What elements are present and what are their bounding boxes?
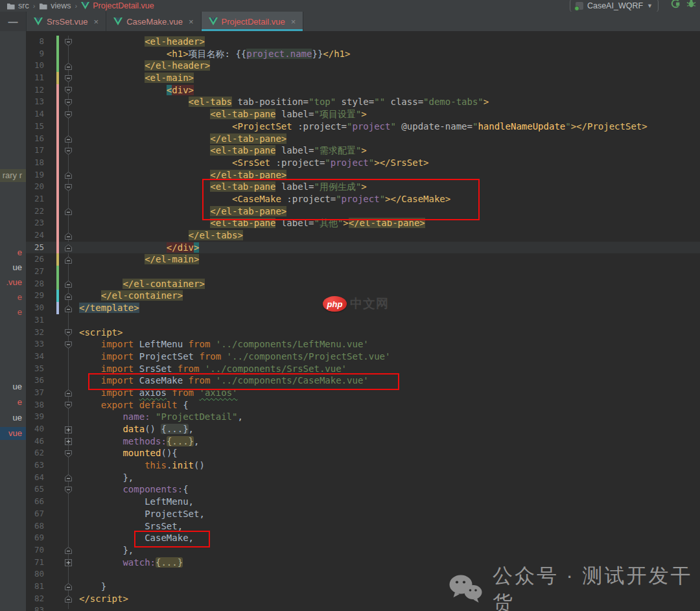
code-line-70[interactable]: 70 }, [26, 544, 700, 557]
close-icon[interactable]: × [189, 17, 194, 27]
fold-icon[interactable] [64, 255, 73, 264]
fold-icon[interactable] [64, 449, 73, 457]
code-line-62[interactable]: 62 mounted(){ [26, 447, 700, 459]
code-line-40[interactable]: 40 data() {...}, [26, 423, 700, 435]
code-line-67[interactable]: 67 ProjectSet, [26, 508, 700, 520]
fold-icon[interactable] [64, 292, 73, 300]
fold-icon[interactable] [64, 437, 73, 445]
close-icon[interactable]: × [94, 17, 99, 27]
code-line-68[interactable]: 68 SrsSet, [26, 520, 700, 533]
project-tree-item[interactable]: ue [0, 411, 22, 424]
fold-icon[interactable] [64, 546, 73, 554]
code-line-16[interactable]: 16 </el-tab-pane> [26, 133, 700, 145]
code-line-18[interactable]: 18 <SrsSet :project="project"></SrsSet> [26, 157, 700, 169]
fold-icon[interactable] [64, 62, 73, 70]
code-line-21[interactable]: 21 <CaseMake :project="project"></CaseMa… [26, 193, 700, 205]
code-line-14[interactable]: 14 <el-tab-pane label="项目设置"> [26, 108, 700, 121]
code-line-69[interactable]: 69 CaseMake, [26, 532, 700, 544]
fold-icon[interactable] [64, 207, 73, 215]
breadcrumb-item[interactable]: views [39, 1, 71, 10]
code-line-25[interactable]: 25 </div> [26, 242, 700, 254]
code-text: </el-tab-pane> [79, 206, 286, 216]
close-icon[interactable]: × [291, 17, 296, 27]
fold-icon[interactable] [64, 304, 73, 312]
project-tree-item[interactable]: rary r [0, 169, 26, 182]
code-line-34[interactable]: 34 import ProjectSet from '../components… [26, 351, 700, 363]
code-line-33[interactable]: 33 import LeftMenu from '../components/L… [26, 338, 700, 351]
fold-icon[interactable] [64, 74, 73, 82]
project-tree-item[interactable]: e [0, 246, 22, 259]
project-tree-item[interactable]: e [0, 291, 22, 304]
fold-icon[interactable] [64, 279, 73, 288]
fold-icon[interactable] [64, 170, 73, 179]
fold-icon[interactable] [64, 425, 73, 433]
fold-icon[interactable] [64, 183, 73, 191]
code-line-23[interactable]: 23 <el-tab-pane label="其他"></el-tab-pane… [26, 217, 700, 229]
vcs-change-marker [56, 217, 59, 229]
code-line-17[interactable]: 17 <el-tab-pane label="需求配置"> [26, 144, 700, 157]
fold-icon[interactable] [64, 110, 73, 119]
fold-icon[interactable] [64, 86, 73, 94]
hide-tabs-button[interactable]: — [0, 12, 27, 31]
code-line-32[interactable]: 32<script> [26, 327, 700, 339]
vcs-change-marker [56, 205, 59, 218]
run-configuration-select[interactable]: CaseAI_WQRF ▼ [570, 0, 659, 13]
code-line-64[interactable]: 64 }, [26, 472, 700, 484]
project-tree-item[interactable]: e [0, 306, 22, 319]
editor-tab-CaseMake.vue[interactable]: CaseMake.vue× [106, 12, 201, 31]
code-editor[interactable]: 8 <el-header>9 <h1>项目名称: {{project.name}… [26, 31, 700, 611]
project-tree-item[interactable]: e [0, 396, 22, 409]
run-icon[interactable] [670, 0, 681, 11]
code-line-10[interactable]: 10 </el-header> [26, 60, 700, 72]
code-token: import [101, 375, 139, 386]
code-line-11[interactable]: 11 <el-main> [26, 72, 700, 84]
code-line-19[interactable]: 19 </el-tab-pane> [26, 169, 700, 181]
code-line-22[interactable]: 22 </el-tab-pane> [26, 205, 700, 218]
code-line-66[interactable]: 66 LeftMenu, [26, 496, 700, 508]
code-line-20[interactable]: 20 <el-tab-pane label="用例生成"> [26, 181, 700, 193]
code-line-63[interactable]: 63 this.init() [26, 459, 700, 472]
code-line-35[interactable]: 35 import SrsSet from '../components/Srs… [26, 363, 700, 375]
code-line-27[interactable]: 27 [26, 266, 700, 278]
project-tree-item[interactable]: .vue [0, 276, 22, 289]
project-tree-strip[interactable]: rary reue.vueeeueeuevue [0, 31, 26, 611]
project-tree-item[interactable]: ue [0, 261, 22, 274]
fold-icon[interactable] [64, 400, 73, 409]
fold-icon[interactable] [64, 340, 73, 349]
fold-icon[interactable] [64, 558, 73, 566]
debug-icon[interactable] [686, 0, 696, 11]
code-line-46[interactable]: 46 methods:{...}, [26, 435, 700, 448]
fold-icon[interactable] [64, 388, 73, 397]
editor-tab-ProjectDetail.vue[interactable]: ProjectDetail.vue× [202, 12, 304, 31]
fold-icon[interactable] [64, 134, 73, 143]
breadcrumb-item[interactable]: src [6, 1, 29, 10]
fold-icon[interactable] [64, 485, 73, 494]
fold-icon[interactable] [64, 146, 73, 155]
fold-icon[interactable] [64, 243, 73, 251]
code-line-36[interactable]: 36 import CaseMake from '../components/C… [26, 375, 700, 387]
fold-icon[interactable] [64, 38, 73, 46]
code-line-37[interactable]: 37 import axios from 'axios' [26, 387, 700, 399]
project-tree-item[interactable]: vue [0, 427, 26, 440]
code-line-8[interactable]: 8 <el-header> [26, 36, 700, 48]
fold-icon[interactable] [64, 231, 73, 240]
fold-icon[interactable] [64, 473, 73, 481]
code-line-38[interactable]: 38 export default { [26, 399, 700, 411]
code-line-65[interactable]: 65 components:{ [26, 483, 700, 496]
code-line-15[interactable]: 15 <ProjectSet :project="project" @updat… [26, 121, 700, 133]
fold-icon[interactable] [64, 328, 73, 336]
code-line-12[interactable]: 12 <div> [26, 84, 700, 97]
editor-tab-SrsSet.vue[interactable]: SrsSet.vue× [27, 12, 106, 31]
breadcrumb-item[interactable]: ProjectDetail.vue [81, 1, 154, 10]
fold-icon[interactable] [64, 98, 73, 106]
project-tree-item[interactable]: ue [0, 380, 22, 393]
code-line-13[interactable]: 13 <el-tabs tab-position="top" style="" … [26, 96, 700, 108]
code-line-26[interactable]: 26 </el-main> [26, 253, 700, 266]
fold-icon[interactable] [64, 582, 73, 590]
fold-icon[interactable] [64, 594, 73, 603]
code-line-39[interactable]: 39 name: "ProjectDetail", [26, 411, 700, 423]
code-line-24[interactable]: 24 </el-tabs> [26, 229, 700, 242]
code-line-28[interactable]: 28 </el-container> [26, 278, 700, 290]
code-line-9[interactable]: 9 <h1>项目名称: {{project.name}}</h1> [26, 48, 700, 60]
code-line-31[interactable]: 31 [26, 314, 700, 327]
